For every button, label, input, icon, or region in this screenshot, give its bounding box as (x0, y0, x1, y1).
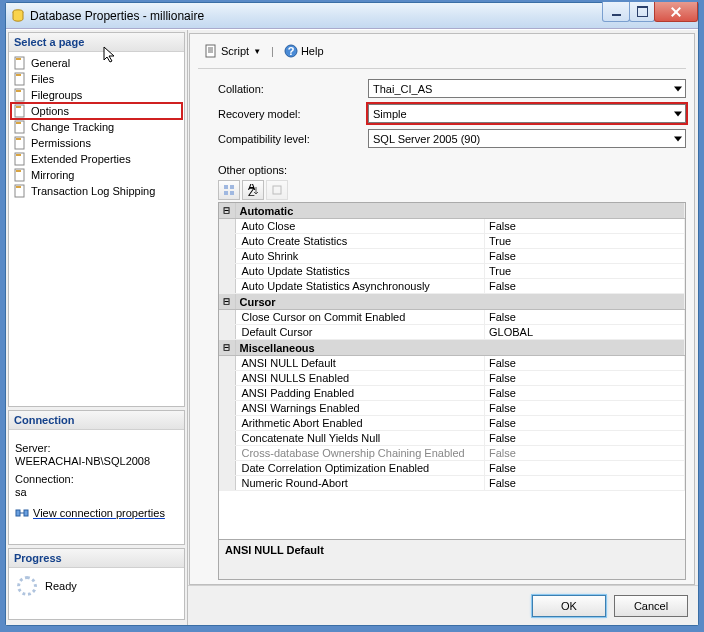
collation-combo[interactable]: Thai_CI_AS (368, 79, 686, 98)
sidebar-item-filegroups[interactable]: Filegroups (11, 87, 182, 103)
right-pane: Script ▼ | ? Help Collation: (188, 30, 698, 625)
dialog-toolbar: Script ▼ | ? Help (198, 40, 686, 69)
sidebar-item-permissions[interactable]: Permissions (11, 135, 182, 151)
property-value[interactable]: GLOBAL (485, 325, 685, 340)
property-row[interactable]: Auto ShrinkFalse (219, 249, 685, 264)
property-description-box: ANSI NULL Default (219, 539, 685, 579)
property-row[interactable]: Auto Update StatisticsTrue (219, 264, 685, 279)
property-value[interactable]: False (485, 461, 685, 476)
property-row[interactable]: Auto Create StatisticsTrue (219, 234, 685, 249)
minimize-button[interactable] (602, 2, 630, 22)
property-value[interactable]: False (485, 386, 685, 401)
sidebar-item-general[interactable]: General (11, 55, 182, 71)
sidebar-item-label: Files (31, 73, 54, 85)
sidebar-item-label: Filegroups (31, 89, 82, 101)
script-button[interactable]: Script ▼ (198, 42, 267, 60)
close-button[interactable] (654, 2, 698, 22)
property-row[interactable]: ANSI Padding EnabledFalse (219, 386, 685, 401)
page-icon (13, 88, 27, 102)
svg-rect-2 (16, 58, 21, 60)
svg-rect-4 (16, 74, 21, 76)
svg-rect-30 (224, 191, 228, 195)
property-value[interactable]: False (485, 476, 685, 491)
property-key: Auto Shrink (235, 249, 485, 264)
sidebar-item-files[interactable]: Files (11, 71, 182, 87)
view-connection-properties-link[interactable]: View connection properties (15, 506, 178, 520)
script-icon (204, 44, 218, 58)
property-pages-button (266, 180, 288, 200)
property-key: Date Correlation Optimization Enabled (235, 461, 485, 476)
page-icon (13, 152, 27, 166)
dropdown-arrow-icon: ▼ (253, 47, 261, 56)
property-value[interactable]: True (485, 234, 685, 249)
sidebar-item-mirroring[interactable]: Mirroring (11, 167, 182, 183)
property-value[interactable]: False (485, 371, 685, 386)
maximize-button[interactable] (629, 2, 655, 22)
property-row[interactable]: ANSI Warnings EnabledFalse (219, 401, 685, 416)
property-row[interactable]: Cross-database Ownership Chaining Enable… (219, 446, 685, 461)
titlebar: Database Properties - millionaire (6, 3, 698, 29)
property-row[interactable]: Auto CloseFalse (219, 219, 685, 234)
toolbar-separator: | (271, 45, 274, 57)
sidebar-item-change-tracking[interactable]: Change Tracking (11, 119, 182, 135)
property-value[interactable]: False (485, 356, 685, 371)
help-button[interactable]: ? Help (278, 42, 330, 60)
property-value[interactable]: False (485, 279, 685, 294)
svg-rect-16 (16, 170, 21, 172)
svg-rect-28 (224, 185, 228, 189)
property-key: Close Cursor on Commit Enabled (235, 310, 485, 325)
property-key: Numeric Round-Abort (235, 476, 485, 491)
connection-panel: Connection Server: WEERACHAI-NB\SQL2008 … (8, 410, 185, 545)
sidebar-item-label: Options (31, 105, 69, 117)
sidebar-item-extended-properties[interactable]: Extended Properties (11, 151, 182, 167)
collapse-icon[interactable]: ⊟ (219, 203, 235, 219)
property-value[interactable]: False (485, 310, 685, 325)
database-icon (10, 8, 26, 24)
property-row[interactable]: Arithmetic Abort EnabledFalse (219, 416, 685, 431)
property-category[interactable]: ⊟Miscellaneous (219, 340, 685, 356)
alphabetical-button[interactable]: AZ (242, 180, 264, 200)
property-row[interactable]: ANSI NULLS EnabledFalse (219, 371, 685, 386)
collapse-icon[interactable]: ⊟ (219, 294, 235, 310)
property-row[interactable]: Date Correlation Optimization EnabledFal… (219, 461, 685, 476)
server-value: WEERACHAI-NB\SQL2008 (15, 455, 178, 467)
recovery-model-value: Simple (373, 108, 407, 120)
page-selector-panel: Select a page GeneralFilesFilegroupsOpti… (8, 32, 185, 407)
categorized-button[interactable] (218, 180, 240, 200)
property-value[interactable]: False (485, 249, 685, 264)
property-value[interactable]: False (485, 446, 685, 461)
property-value[interactable]: False (485, 401, 685, 416)
ok-button[interactable]: OK (532, 595, 606, 617)
script-label: Script (221, 45, 249, 57)
property-category[interactable]: ⊟Cursor (219, 294, 685, 310)
collapse-icon[interactable]: ⊟ (219, 340, 235, 356)
server-label: Server: (15, 442, 178, 454)
cancel-button[interactable]: Cancel (614, 595, 688, 617)
property-value[interactable]: False (485, 416, 685, 431)
page-icon (13, 104, 27, 118)
compat-level-combo[interactable]: SQL Server 2005 (90) (368, 129, 686, 148)
svg-rect-18 (16, 186, 21, 188)
property-description-title: ANSI NULL Default (225, 544, 679, 556)
connection-header: Connection (9, 411, 184, 430)
property-value[interactable]: False (485, 219, 685, 234)
dialog-footer: OK Cancel (188, 585, 698, 625)
recovery-model-combo[interactable]: Simple (368, 104, 686, 123)
svg-rect-12 (16, 138, 21, 140)
property-row[interactable]: Default CursorGLOBAL (219, 325, 685, 340)
property-row[interactable]: ANSI NULL DefaultFalse (219, 356, 685, 371)
window-title: Database Properties - millionaire (30, 9, 204, 23)
property-grid-scroll[interactable]: ⊟AutomaticAuto CloseFalseAuto Create Sta… (219, 203, 685, 539)
property-row[interactable]: Close Cursor on Commit EnabledFalse (219, 310, 685, 325)
property-row[interactable]: Numeric Round-AbortFalse (219, 476, 685, 491)
compat-level-value: SQL Server 2005 (90) (373, 133, 480, 145)
sidebar-item-options[interactable]: Options (11, 103, 182, 119)
property-row[interactable]: Auto Update Statistics AsynchronouslyFal… (219, 279, 685, 294)
property-value[interactable]: False (485, 431, 685, 446)
property-key: Auto Update Statistics (235, 264, 485, 279)
property-value[interactable]: True (485, 264, 685, 279)
sidebar-item-transaction-log-shipping[interactable]: Transaction Log Shipping (11, 183, 182, 199)
svg-rect-22 (206, 45, 215, 57)
property-category[interactable]: ⊟Automatic (219, 203, 685, 219)
property-row[interactable]: Concatenate Null Yields NullFalse (219, 431, 685, 446)
